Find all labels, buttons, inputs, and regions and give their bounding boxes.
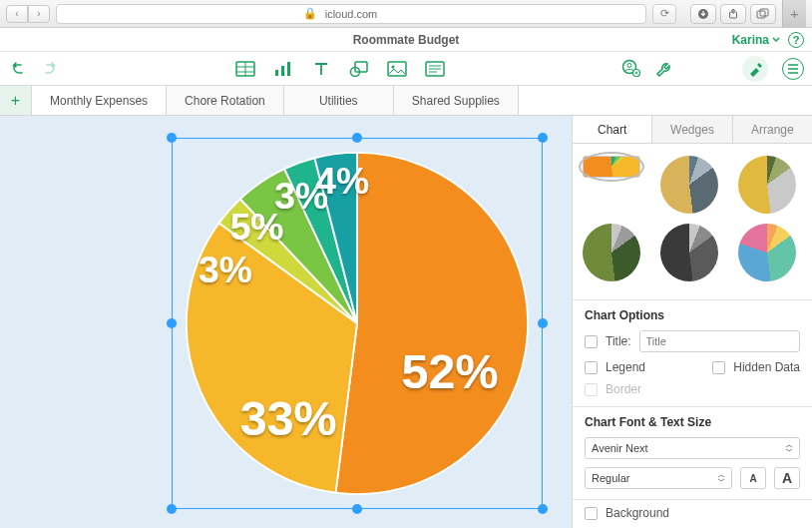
resize-handle[interactable] — [167, 504, 177, 514]
toolbar — [0, 52, 812, 86]
back-button[interactable]: ‹ — [6, 5, 28, 23]
sheet-tab[interactable]: Utilities — [284, 86, 394, 115]
chevron-updown-icon — [785, 444, 793, 452]
chart-style-swatch[interactable] — [738, 224, 796, 281]
insert-comment-button[interactable] — [425, 59, 445, 79]
inspector-tab-arrange[interactable]: Arrange — [733, 116, 812, 143]
sheet-tab[interactable]: Shared Supplies — [394, 86, 519, 115]
tabs-button[interactable] — [750, 4, 776, 24]
svg-point-14 — [627, 63, 631, 67]
share-button[interactable] — [720, 4, 746, 24]
legend-checkbox[interactable] — [585, 361, 598, 374]
sheet-tab[interactable]: Monthly Expenses — [32, 86, 167, 115]
title-checkbox[interactable] — [585, 335, 598, 348]
chart-style-swatch[interactable] — [583, 156, 640, 178]
sheet-tab[interactable]: Chore Rotation — [167, 86, 284, 115]
chart-style-swatch[interactable] — [660, 156, 718, 214]
forward-button[interactable]: › — [28, 5, 50, 23]
reload-button[interactable]: ⟳ — [652, 4, 676, 24]
chart-selection[interactable]: 52% 33% 3% 5% 3% 4% — [172, 138, 543, 509]
chart-style-swatch[interactable] — [738, 156, 796, 214]
tabs-icon — [756, 8, 770, 20]
svg-rect-5 — [275, 70, 278, 76]
lock-icon: 🔒 — [303, 7, 317, 20]
address-bar[interactable]: 🔒 icloud.com — [56, 4, 646, 24]
user-name: Karina — [732, 33, 769, 47]
chart-style-swatch[interactable] — [660, 224, 718, 281]
help-button[interactable]: ? — [788, 32, 804, 48]
background-label: Background — [606, 506, 669, 520]
resize-handle[interactable] — [352, 133, 362, 143]
redo-button[interactable] — [40, 59, 60, 79]
share-icon — [727, 8, 739, 20]
resize-handle[interactable] — [538, 133, 548, 143]
resize-handle[interactable] — [167, 318, 177, 328]
legend-label: Legend — [606, 360, 704, 374]
selection-border — [172, 138, 543, 509]
resize-handle[interactable] — [167, 133, 177, 143]
chevron-down-icon — [772, 36, 780, 44]
add-sheet-button[interactable]: + — [0, 86, 32, 115]
inspector-tab-wedges[interactable]: Wedges — [652, 116, 732, 143]
hidden-data-checkbox[interactable] — [712, 361, 725, 374]
svg-rect-6 — [281, 66, 284, 76]
undo-button[interactable] — [8, 59, 28, 79]
chart-options-header: Chart Options — [573, 302, 812, 326]
title-input[interactable] — [639, 330, 800, 352]
svg-rect-7 — [287, 62, 290, 76]
resize-handle[interactable] — [538, 318, 548, 328]
collaborate-button[interactable] — [620, 59, 640, 79]
font-family-select[interactable]: Avenir Next — [585, 437, 800, 459]
svg-rect-8 — [355, 62, 367, 72]
chart-style-picker — [573, 144, 812, 293]
resize-handle[interactable] — [538, 504, 548, 514]
inspector-tab-chart[interactable]: Chart — [573, 116, 652, 143]
chart-style-swatch[interactable] — [583, 224, 640, 281]
url-text: icloud.com — [325, 8, 378, 20]
sheet-canvas[interactable]: 52% 33% 3% 5% 3% 4% — [0, 116, 573, 528]
insert-table-button[interactable] — [235, 59, 255, 79]
insert-shape-button[interactable] — [349, 59, 369, 79]
insert-text-button[interactable] — [311, 59, 331, 79]
hidden-data-label: Hidden Data — [733, 360, 800, 374]
chevron-updown-icon — [717, 474, 725, 482]
tools-button[interactable] — [654, 59, 674, 79]
svg-point-11 — [392, 65, 395, 68]
document-titlebar: Roommate Budget Karina ? — [0, 28, 812, 52]
sheet-tabs: + Monthly Expenses Chore Rotation Utilit… — [0, 86, 812, 116]
download-icon — [697, 8, 709, 20]
svg-rect-10 — [388, 62, 406, 76]
font-section-header: Chart Font & Text Size — [573, 409, 812, 433]
font-weight-select[interactable]: Regular — [585, 467, 732, 489]
svg-rect-3 — [760, 9, 768, 16]
format-inspector: Chart Wedges Arrange Chart Options Title… — [573, 116, 812, 528]
format-button[interactable] — [742, 56, 768, 82]
new-tab-button[interactable]: + — [782, 0, 806, 28]
title-label: Title: — [606, 334, 631, 348]
browser-chrome: ‹ › 🔒 icloud.com ⟳ + — [0, 0, 812, 28]
downloads-button[interactable] — [690, 4, 716, 24]
text-size-larger-button[interactable]: A — [774, 467, 800, 489]
text-size-smaller-button[interactable]: A — [740, 467, 766, 489]
resize-handle[interactable] — [352, 504, 362, 514]
svg-rect-2 — [757, 11, 765, 18]
border-checkbox — [585, 383, 598, 396]
insert-chart-button[interactable] — [273, 59, 293, 79]
background-checkbox[interactable] — [585, 507, 598, 520]
document-title: Roommate Budget — [353, 33, 460, 47]
insert-image-button[interactable] — [387, 59, 407, 79]
border-label: Border — [606, 382, 641, 396]
organize-button[interactable] — [782, 58, 804, 80]
user-menu[interactable]: Karina — [732, 33, 780, 47]
